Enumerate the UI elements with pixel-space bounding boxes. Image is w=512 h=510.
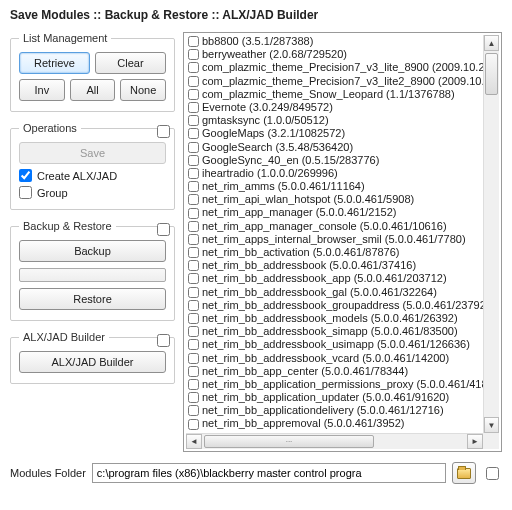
module-checkbox[interactable] — [188, 142, 199, 153]
list-item[interactable]: bb8800 (3.5.1/287388) — [186, 35, 483, 48]
horizontal-scroll-thumb[interactable]: ··· — [204, 435, 374, 448]
list-item[interactable]: Evernote (3.0.249/849572) — [186, 101, 483, 114]
browse-folder-button[interactable] — [452, 462, 476, 484]
list-item[interactable]: net_rim_apps_internal_browser_smil (5.0.… — [186, 233, 483, 246]
module-label: bb8800 (3.5.1/287388) — [202, 35, 313, 48]
list-item[interactable]: GoogleSync_40_en (0.5.15/283776) — [186, 154, 483, 167]
list-item[interactable]: net_rim_app_manager (5.0.0.461/2152) — [186, 206, 483, 219]
module-checkbox[interactable] — [188, 379, 199, 390]
module-label: net_rim_bb_addressbook_usimapp (5.0.0.46… — [202, 338, 470, 351]
module-checkbox[interactable] — [188, 168, 199, 179]
module-label: berryweather (2.0.68/729520) — [202, 48, 347, 61]
module-checkbox[interactable] — [188, 89, 199, 100]
list-item[interactable]: net_rim_bb_app_center (5.0.0.461/78344) — [186, 365, 483, 378]
list-item[interactable]: net_rim_bb_activation (5.0.0.461/87876) — [186, 246, 483, 259]
module-checkbox[interactable] — [188, 313, 199, 324]
retrieve-button[interactable]: Retrieve — [19, 52, 90, 74]
module-label: net_rim_bb_addressbook_groupaddress (5.0… — [202, 299, 483, 312]
module-checkbox[interactable] — [188, 392, 199, 403]
module-checkbox[interactable] — [188, 221, 199, 232]
list-item[interactable]: net_rim_bb_addressbook_models (5.0.0.461… — [186, 312, 483, 325]
list-item[interactable]: net_rim_bb_appremoval (5.0.0.461/3952) — [186, 417, 483, 430]
module-checkbox[interactable] — [188, 128, 199, 139]
module-checkbox[interactable] — [188, 300, 199, 311]
module-checkbox[interactable] — [188, 102, 199, 113]
list-item[interactable]: net_rim_bb_application_updater (5.0.0.46… — [186, 391, 483, 404]
list-item[interactable]: net_rim_bb_addressbook_groupaddress (5.0… — [186, 299, 483, 312]
list-item[interactable]: net_rim_amms (5.0.0.461/11164) — [186, 180, 483, 193]
module-label: net_rim_apps_internal_browser_smil (5.0.… — [202, 233, 466, 246]
footer-checkbox[interactable] — [486, 467, 499, 480]
module-label: net_rim_amms (5.0.0.461/11164) — [202, 180, 365, 193]
list-item[interactable]: net_rim_bb_application_permissions_proxy… — [186, 378, 483, 391]
module-label: net_rim_app_manager (5.0.0.461/2152) — [202, 206, 396, 219]
list-item[interactable]: net_rim_bb_addressbook_simapp (5.0.0.461… — [186, 325, 483, 338]
list-item[interactable]: iheartradio (1.0.0.0/269996) — [186, 167, 483, 180]
modules-folder-input[interactable] — [92, 463, 446, 483]
list-item[interactable]: gmtasksync (1.0.0/50512) — [186, 114, 483, 127]
list-item[interactable]: GoogleSearch (3.5.48/536420) — [186, 141, 483, 154]
save-button: Save — [19, 142, 166, 164]
alx-jad-builder-button[interactable]: ALX/JAD Builder — [19, 351, 166, 373]
list-item[interactable]: net_rim_bb_addressbook_usimapp (5.0.0.46… — [186, 338, 483, 351]
module-checkbox[interactable] — [188, 326, 199, 337]
restore-button[interactable]: Restore — [19, 288, 166, 310]
module-label: GoogleSearch (3.5.48/536420) — [202, 141, 353, 154]
list-item[interactable]: net_rim_bb_addressbook_gal (5.0.0.461/32… — [186, 286, 483, 299]
module-checkbox[interactable] — [188, 234, 199, 245]
list-item[interactable]: net_rim_bb_addressbook_app (5.0.0.461/20… — [186, 272, 483, 285]
list-item[interactable]: GoogleMaps (3.2.1/1082572) — [186, 127, 483, 140]
modules-list[interactable]: bb8800 (3.5.1/287388)berryweather (2.0.6… — [183, 32, 502, 452]
scroll-up-arrow[interactable]: ▲ — [484, 35, 499, 51]
operations-corner-check[interactable] — [157, 125, 170, 138]
module-checkbox[interactable] — [188, 155, 199, 166]
list-item[interactable]: net_rim_bb_addressbook (5.0.0.461/37416) — [186, 259, 483, 272]
module-checkbox[interactable] — [188, 339, 199, 350]
vertical-scroll-thumb[interactable] — [485, 53, 498, 95]
module-checkbox[interactable] — [188, 115, 199, 126]
module-checkbox[interactable] — [188, 419, 199, 430]
list-item[interactable]: net_rim_app_manager_console (5.0.0.461/1… — [186, 220, 483, 233]
create-alx-jad-checkbox[interactable]: Create ALX/JAD — [19, 169, 166, 182]
backup-button[interactable]: Backup — [19, 240, 166, 262]
folder-icon — [457, 468, 471, 479]
module-label: net_rim_bb_app_center (5.0.0.461/78344) — [202, 365, 408, 378]
list-item[interactable]: berryweather (2.0.68/729520) — [186, 48, 483, 61]
module-checkbox[interactable] — [188, 260, 199, 271]
module-checkbox[interactable] — [188, 49, 199, 60]
list-item[interactable]: net_rim_bb_addressbook_vcard (5.0.0.461/… — [186, 352, 483, 365]
module-checkbox[interactable] — [188, 194, 199, 205]
vertical-scrollbar[interactable]: ▲ ▼ — [483, 35, 499, 433]
clear-button[interactable]: Clear — [95, 52, 166, 74]
module-checkbox[interactable] — [188, 62, 199, 73]
horizontal-scrollbar[interactable]: ◄ ··· ► — [186, 433, 483, 449]
module-checkbox[interactable] — [188, 181, 199, 192]
list-item[interactable]: net_rim_bb_applicationdelivery (5.0.0.46… — [186, 404, 483, 417]
list-item[interactable]: net_rim_api_wlan_hotspot (5.0.0.461/5908… — [186, 193, 483, 206]
module-label: net_rim_bb_application_updater (5.0.0.46… — [202, 391, 449, 404]
module-checkbox[interactable] — [188, 208, 199, 219]
module-checkbox[interactable] — [188, 366, 199, 377]
module-label: net_rim_bb_addressbook_models (5.0.0.461… — [202, 312, 458, 325]
scroll-right-arrow[interactable]: ► — [467, 434, 483, 449]
module-checkbox[interactable] — [188, 76, 199, 87]
module-checkbox[interactable] — [188, 247, 199, 258]
alx-jad-builder-corner-check[interactable] — [157, 334, 170, 347]
group-checkbox[interactable]: Group — [19, 186, 166, 199]
list-item[interactable]: com_plazmic_theme_Snow_Leopard (1.1/1376… — [186, 88, 483, 101]
scroll-down-arrow[interactable]: ▼ — [484, 417, 499, 433]
scroll-left-arrow[interactable]: ◄ — [186, 434, 202, 449]
module-checkbox[interactable] — [188, 36, 199, 47]
backup-restore-corner-check[interactable] — [157, 223, 170, 236]
module-checkbox[interactable] — [188, 405, 199, 416]
list-item[interactable]: com_plazmic_theme_Precision7_v3_lite2_89… — [186, 75, 483, 88]
none-button[interactable]: None — [120, 79, 166, 101]
inv-button[interactable]: Inv — [19, 79, 65, 101]
all-button[interactable]: All — [70, 79, 116, 101]
backup-progress — [19, 268, 166, 282]
module-checkbox[interactable] — [188, 353, 199, 364]
module-checkbox[interactable] — [188, 273, 199, 284]
module-checkbox[interactable] — [188, 287, 199, 298]
alx-jad-builder-legend: ALX/JAD Builder — [19, 331, 109, 343]
list-item[interactable]: com_plazmic_theme_Precision7_v3_lite_890… — [186, 61, 483, 74]
